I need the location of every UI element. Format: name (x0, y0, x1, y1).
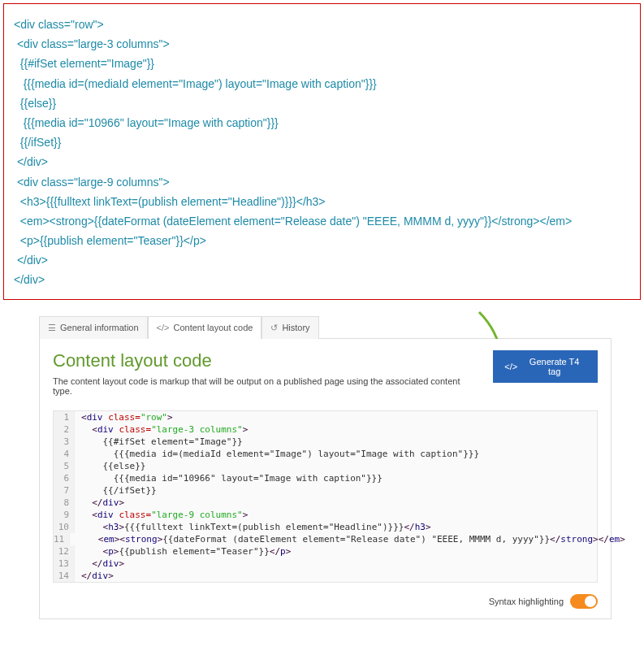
editor-row: 7 {{/ifSet}} (54, 484, 597, 497)
editor-row: 14</div> (54, 570, 597, 582)
template-line: {{/ifSet}} (14, 135, 630, 150)
code-line: <em><strong>{{dateFormat (dateElement el… (70, 533, 625, 545)
syntax-toggle[interactable] (570, 594, 598, 609)
line-number: 1 (54, 411, 75, 423)
template-line: </div> (14, 253, 630, 267)
tab-label: History (282, 323, 309, 332)
line-number: 3 (54, 436, 75, 448)
template-line: <div class="row"> (14, 17, 630, 32)
template-line: <h3>{{{fulltext linkText=(publish elemen… (14, 194, 630, 209)
editor-row: 11 <em><strong>{{dateFormat (dateElement… (54, 533, 597, 545)
editor-row: 2 <div class="large-3 columns"> (54, 423, 597, 436)
code-line: {{{media id=(mediaId element="Image") la… (75, 448, 479, 460)
template-line: </div> (14, 272, 630, 287)
code-line: <p>{{publish element="Teaser"}}</p> (75, 545, 291, 558)
line-number: 13 (54, 558, 75, 570)
code-icon: </> (504, 362, 517, 371)
line-number: 12 (54, 545, 75, 558)
tab-code[interactable]: </>Content layout code (148, 316, 262, 339)
tab-history[interactable]: ↺History (261, 316, 318, 339)
template-line: </div> (14, 154, 630, 169)
editor-row: 5 {{else}} (54, 460, 597, 472)
generate-t4-button[interactable]: </>Generate T4 tag (493, 350, 598, 383)
template-line: <em><strong>{{dateFormat (dateElement el… (14, 214, 630, 228)
syntax-toggle-row: Syntax highlighting (53, 594, 598, 609)
editor-row: 10 <h3>{{{fulltext linkText=(publish ele… (54, 521, 597, 533)
slider-icon: ☰ (48, 323, 56, 333)
editor-row: 6 {{{media id="10966" layout="Image with… (54, 472, 597, 484)
line-number: 5 (54, 460, 75, 472)
editor-row: 12 <p>{{publish element="Teaser"}}</p> (54, 545, 597, 558)
line-number: 11 (54, 533, 70, 545)
template-line: {{{media id="10966" layout="Image with c… (14, 115, 630, 130)
line-number: 9 (54, 509, 75, 521)
template-line: <div class="large-9 columns"> (14, 175, 630, 189)
line-number: 8 (54, 497, 75, 509)
template-line: <p>{{publish element="Teaser"}}</p> (14, 233, 630, 248)
editor-row: 8 </div> (54, 497, 597, 509)
line-number: 7 (54, 484, 75, 497)
tab-label: Content layout code (174, 323, 253, 332)
code-line: <div class="large-9 columns"> (75, 509, 248, 521)
raw-template-box: <div class="row"> <div class="large-3 co… (3, 3, 641, 300)
template-line: {{else}} (14, 96, 630, 111)
tab-general[interactable]: ☰General information (39, 316, 148, 339)
card-title: Content layout code (53, 350, 477, 371)
card-description: The content layout code is markup that w… (53, 376, 477, 396)
code-editor[interactable]: 1<div class="row">2 <div class="large-3 … (53, 410, 598, 583)
tab-spacer (319, 316, 612, 339)
editor-row: 4 {{{media id=(mediaId element="Image") … (54, 448, 597, 460)
code-line: <h3>{{{fulltext linkText=(publish elemen… (75, 521, 431, 533)
template-line: <div class="large-3 columns"> (14, 37, 630, 51)
line-number: 4 (54, 448, 75, 460)
editor-row: 3 {{#ifSet element="Image"}} (54, 436, 597, 448)
editor-row: 1<div class="row"> (54, 411, 597, 423)
editor-row: 13 </div> (54, 558, 597, 570)
code-line: </div> (75, 497, 124, 509)
syntax-label: Syntax highlighting (489, 597, 564, 606)
line-number: 2 (54, 423, 75, 436)
code-line: <div class="row"> (75, 411, 173, 423)
code-line: {{/ifSet}} (75, 484, 157, 497)
button-label: Generate T4 tag (522, 357, 586, 376)
code-line: </div> (75, 570, 114, 582)
code-line: {{{media id="10966" layout="Image with c… (75, 472, 383, 484)
code-line: {{#ifSet element="Image"}} (75, 436, 243, 448)
code-line: <div class="large-3 columns"> (75, 423, 248, 436)
template-line: {{#ifSet element="Image"}} (14, 56, 630, 71)
code-line: </div> (75, 558, 124, 570)
editor-row: 9 <div class="large-9 columns"> (54, 509, 597, 521)
line-number: 6 (54, 472, 75, 484)
code-line: {{else}} (75, 460, 145, 472)
card: Content layout code The content layout c… (39, 339, 612, 619)
line-number: 10 (54, 521, 75, 533)
template-line: {{{media id=(mediaId element="Image") la… (14, 76, 630, 91)
code-icon: </> (157, 323, 170, 332)
tabs: ☰General information </>Content layout c… (39, 316, 612, 339)
tab-label: General information (60, 323, 139, 332)
line-number: 14 (54, 570, 75, 582)
history-icon: ↺ (270, 323, 278, 333)
layout-panel: ☰General information </>Content layout c… (39, 316, 612, 619)
